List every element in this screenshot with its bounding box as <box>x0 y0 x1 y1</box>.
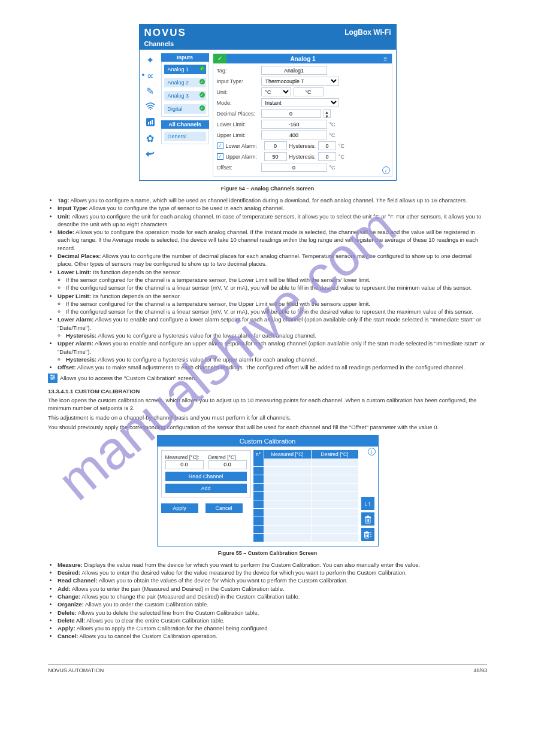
clipboard-icon[interactable]: ✎ <box>146 87 154 96</box>
hamburger-icon[interactable]: ≡ <box>380 56 392 62</box>
calib-feature-list: Measure: Displays the value read from th… <box>58 561 487 640</box>
svg-rect-15 <box>365 517 371 518</box>
lower-alarm-checkbox[interactable]: ✓ <box>217 142 223 149</box>
svg-rect-22 <box>365 531 367 532</box>
product-name: LogBox Wi-Fi <box>344 28 391 37</box>
decimal-input[interactable] <box>261 109 321 118</box>
col-desired: Desired [°C] <box>312 450 359 459</box>
upper-alarm-checkbox[interactable]: ✓ <box>217 153 223 160</box>
lower-alarm-unit: °C <box>338 143 344 149</box>
check-icon: ✓ <box>200 105 205 111</box>
offset-input[interactable] <box>261 163 327 172</box>
sidebar-nav: ✦ ∝ ✎ ✿ <box>143 53 158 177</box>
app-window-channels: LogBox Wi-Fi NOVUS Channels ✦ ∝ ✎ ✿ <box>139 24 397 181</box>
upper-limit-label: Upper Limit: <box>217 132 259 138</box>
gear-icon[interactable]: ✿ <box>146 134 154 144</box>
upper-limit-input[interactable] <box>261 130 327 139</box>
chip-analog-3[interactable]: Analog 3✓ <box>164 91 206 101</box>
cc-link-text: Allows you to access the "Custom Calibra… <box>60 374 197 381</box>
svg-rect-2 <box>148 122 149 125</box>
lower-limit-input[interactable] <box>261 120 327 129</box>
cancel-button[interactable]: Cancel <box>205 503 243 513</box>
channel-panel: ✓ Analog 1 ≡ Tag: Input Type:Thermocoupl… <box>213 53 392 177</box>
custom-calibration-heading: 13.3.4.1.1 CUSTOM CALIBRATION <box>48 388 487 394</box>
offset-label: Offset: <box>217 165 259 171</box>
col-measured: Measured [°C] <box>264 450 312 459</box>
lower-alarm-input[interactable] <box>264 141 287 150</box>
chip-digital[interactable]: Digital✓ <box>164 104 206 114</box>
info-icon[interactable]: i <box>382 166 390 174</box>
mode-select[interactable]: Instant <box>261 98 339 107</box>
upper-alarm-unit: °C <box>338 154 344 160</box>
offset-unit: °C <box>330 165 335 171</box>
upper-alarm-hyst-label: Hysteresis: <box>289 154 316 160</box>
delete-button[interactable] <box>361 512 374 526</box>
read-channel-button[interactable]: Read Channel <box>165 472 247 481</box>
all-channels-title: All Channels <box>161 120 209 129</box>
svg-rect-3 <box>150 121 151 125</box>
footer-page: 48/93 <box>473 667 487 673</box>
back-arrow-icon[interactable] <box>146 150 155 159</box>
desired-label: Desired [°C] <box>208 454 247 460</box>
puzzle-icon[interactable]: ✦ <box>146 56 154 65</box>
page-footer: NOVUS AUTOMATION 48/93 <box>48 664 487 673</box>
info-icon[interactable]: i <box>368 448 376 456</box>
svg-point-10 <box>52 378 53 379</box>
desired-input[interactable] <box>208 460 247 469</box>
panel-enable-toggle[interactable]: ✓ <box>213 54 226 63</box>
apply-button[interactable]: Apply <box>161 503 198 513</box>
lower-alarm-hyst-input[interactable] <box>318 141 336 150</box>
app-header: LogBox Wi-Fi NOVUS <box>140 25 396 40</box>
inputs-section-title: Inputs <box>161 53 209 62</box>
wifi-icon[interactable] <box>146 102 155 112</box>
upper-limit-unit: °C <box>330 132 335 138</box>
share-icon[interactable]: ∝ <box>147 71 153 81</box>
measured-input[interactable] <box>165 460 204 469</box>
panel-title: Analog 1 <box>226 56 380 62</box>
brand-logo: NOVUS <box>144 27 186 38</box>
svg-rect-16 <box>367 515 369 517</box>
svg-point-0 <box>150 109 151 110</box>
footer-brand: NOVUS AUTOMATION <box>48 667 104 673</box>
calibration-table: n° Measured [°C] Desired [°C] <box>253 450 359 542</box>
upper-alarm-hyst-input[interactable] <box>318 152 336 161</box>
input-type-select[interactable]: Thermocouple T <box>261 77 339 86</box>
lower-limit-label: Lower Limit: <box>217 122 259 127</box>
section-title: Channels <box>140 40 396 50</box>
add-button[interactable]: Add <box>165 484 247 493</box>
cc-intro: The icon opens the custom calibration sc… <box>48 396 487 412</box>
measured-label: Measured [°C]: <box>165 454 204 460</box>
unit-text-input[interactable] <box>294 87 324 96</box>
svg-point-8 <box>53 376 55 378</box>
check-icon: ✓ <box>200 92 205 98</box>
calib-title: Custom Calibration <box>158 436 378 447</box>
check-icon: ✓ <box>200 66 205 71</box>
cc-note: This adjustment is made on a channel-by-… <box>48 414 487 421</box>
delete-all-button[interactable] <box>361 528 374 541</box>
svg-rect-4 <box>152 120 153 125</box>
custom-calibration-window: Custom Calibration i Measured [°C]: Desi… <box>157 435 379 546</box>
sliders-icon <box>48 374 58 383</box>
svg-point-6 <box>51 374 53 376</box>
lower-limit-unit: °C <box>330 122 335 127</box>
chip-analog-2[interactable]: Analog 2✓ <box>164 78 206 87</box>
figure-caption-2: Figure 55 – Custom Calibration Screen <box>48 550 487 556</box>
figure-caption-1: Figure 54 – Analog Channels Screen <box>48 186 487 192</box>
lower-alarm-hyst-label: Hysteresis: <box>289 143 316 149</box>
calib-input-box: Measured [°C]: Desired [°C] Read Channel… <box>161 450 251 497</box>
unit-select[interactable]: °C <box>261 87 291 96</box>
unit-label: Unit: <box>217 89 259 95</box>
decimal-label: Decimal Places: <box>217 111 259 117</box>
cc-apply: You should previously apply the correspo… <box>48 423 487 431</box>
upper-alarm-input[interactable] <box>264 152 287 161</box>
chip-general[interactable]: General <box>164 132 206 141</box>
mode-label: Mode: <box>217 100 259 106</box>
chart-icon[interactable] <box>146 118 155 128</box>
tag-label: Tag: <box>217 68 259 74</box>
sort-button[interactable]: ↓↑ <box>361 497 374 510</box>
input-type-label: Input Type: <box>217 78 259 84</box>
svg-rect-21 <box>364 532 369 533</box>
lower-alarm-label: Lower Alarm: <box>226 143 262 149</box>
tag-input[interactable] <box>261 66 327 75</box>
chip-analog-1[interactable]: Analog 1✓ <box>164 65 206 74</box>
